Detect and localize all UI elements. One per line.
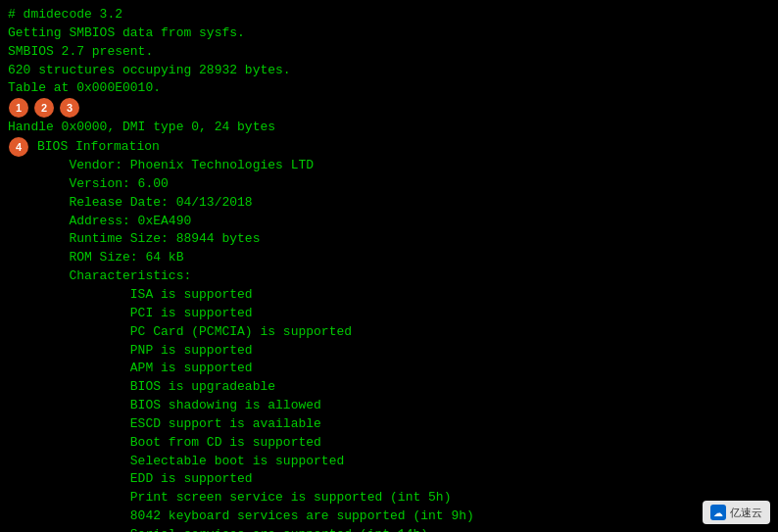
terminal-line: 620 structures occupying 28932 bytes. [8,62,770,80]
terminal-line: Characteristics: [8,267,770,286]
terminal-window: # dmidecode 3.2 Getting SMBIOS data from… [0,0,778,532]
terminal-line: BIOS is upgradeable [8,378,770,397]
terminal-line: Address: 0xEA490 [8,213,770,231]
terminal-line: Vendor: Phoenix Technologies LTD [8,157,770,175]
bios-info-line: 4 BIOS Information [8,137,770,157]
badge-4: 4 [9,137,28,157]
svg-text:☁: ☁ [713,508,723,518]
terminal-line: Serial services are supported (int 14h) [8,526,770,532]
terminal-line: PNP is supported [8,342,770,361]
terminal-line: EDD is supported [8,470,770,489]
badge-3: 3 [60,98,79,118]
terminal-line: Release Date: 04/13/2018 [8,194,770,213]
watermark: ☁ 亿速云 [703,501,770,524]
terminal-line: ISA is supported [8,286,770,305]
terminal-line: 8042 keyboard services are supported (in… [8,508,770,526]
badge-1: 1 [9,98,28,118]
terminal-line: BIOS shadowing is allowed [8,397,770,415]
terminal-line: ESCD support is available [8,415,770,434]
terminal-line: Boot from CD is supported [8,434,770,453]
terminal-line: Handle 0x0000, DMI type 0, 24 bytes [8,119,770,137]
terminal-line: APM is supported [8,360,770,378]
terminal-line: # dmidecode 3.2 [8,6,770,24]
terminal-line: Table at 0x000E0010. [8,79,770,98]
terminal-line: Runtime Size: 88944 bytes [8,230,770,249]
terminal-line: Selectable boot is supported [8,453,770,471]
terminal-line: SMBIOS 2.7 present. [8,43,770,62]
terminal-line: PC Card (PCMCIA) is supported [8,323,770,342]
terminal-line: Print screen service is supported (int 5… [8,489,770,508]
terminal-line: Getting SMBIOS data from sysfs. [8,24,770,43]
watermark-text: 亿速云 [730,506,762,520]
terminal-line: ROM Size: 64 kB [8,249,770,267]
cloud-icon: ☁ [710,505,726,520]
terminal-line: Version: 6.00 [8,175,770,194]
terminal-line: BIOS Information [37,138,160,157]
terminal-line: PCI is supported [8,305,770,323]
badge-2: 2 [34,98,54,118]
badges-row: 1 2 3 [8,98,770,118]
